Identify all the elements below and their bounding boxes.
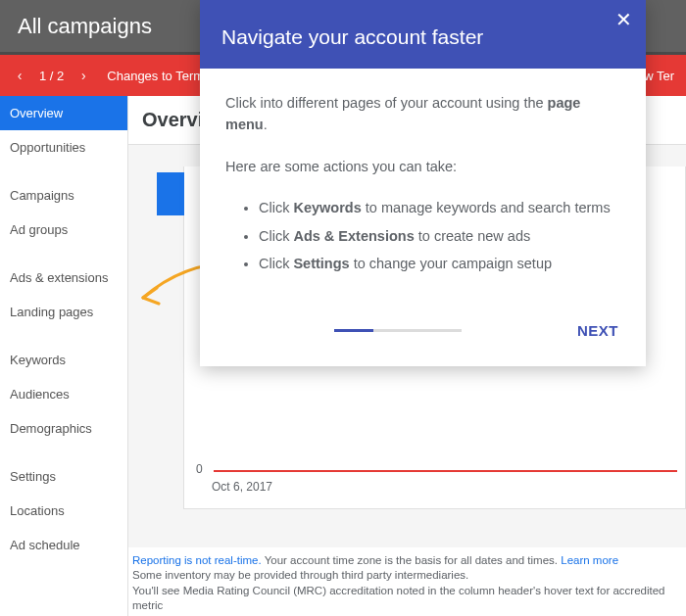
footer-text-1: Your account time zone is the basis for … — [262, 554, 562, 566]
chart-x-label: Oct 6, 2017 — [212, 480, 272, 494]
page-title: All campaigns — [18, 14, 152, 39]
page-menu-sidebar: Overview Opportunities Campaigns Ad grou… — [0, 96, 128, 616]
footer-line-3: You'll see Media Rating Council (MRC) ac… — [132, 584, 682, 614]
modal-action-settings: Click Settings to change your campaign s… — [259, 253, 620, 274]
learn-more-link[interactable]: Learn more — [561, 554, 618, 566]
modal-action-ads-extensions: Click Ads & Extensions to create new ads — [259, 225, 620, 247]
modal-body: Click into different pages of your accou… — [200, 69, 646, 307]
onboarding-modal: Navigate your account faster ✕ Click int… — [200, 0, 646, 366]
progress-track — [334, 329, 462, 332]
sidebar-item-opportunities[interactable]: Opportunities — [0, 130, 127, 165]
reporting-footer: Reporting is not real-time. Your account… — [128, 547, 686, 616]
chevron-left-icon[interactable]: ‹ — [8, 68, 31, 83]
sidebar-item-audiences[interactable]: Audiences — [0, 377, 127, 411]
sidebar-item-locations[interactable]: Locations — [0, 494, 127, 528]
sidebar-item-overview[interactable]: Overview — [0, 96, 127, 130]
chart-series-line — [214, 470, 677, 472]
chart-selector-handle[interactable] — [157, 172, 184, 215]
sidebar-item-settings[interactable]: Settings — [0, 459, 127, 494]
next-button[interactable]: NEXT — [573, 316, 622, 345]
modal-action-list: Click Keywords to manage keywords and se… — [225, 197, 620, 274]
reporting-not-realtime-link[interactable]: Reporting is not real-time. — [132, 554, 262, 566]
sidebar-item-ads-extensions[interactable]: Ads & extensions — [0, 261, 127, 295]
sidebar-item-keywords[interactable]: Keywords — [0, 343, 127, 377]
sidebar-item-demographics[interactable]: Demographics — [0, 411, 127, 446]
sidebar-item-ad-groups[interactable]: Ad groups — [0, 213, 127, 247]
chart-y-zero-label: 0 — [196, 462, 203, 476]
modal-intro: Click into different pages of your accou… — [225, 92, 620, 136]
sidebar-item-ad-schedule[interactable]: Ad schedule — [0, 528, 127, 562]
footer-line-2: Some inventory may be provided through t… — [132, 568, 682, 584]
sidebar-item-landing-pages[interactable]: Landing pages — [0, 295, 127, 329]
modal-footer: NEXT — [200, 307, 646, 366]
chevron-right-icon[interactable]: › — [72, 68, 95, 83]
notification-counter: 1 / 2 — [31, 69, 72, 83]
progress-fill — [334, 329, 373, 332]
modal-header: Navigate your account faster ✕ — [200, 0, 646, 69]
modal-action-keywords: Click Keywords to manage keywords and se… — [259, 197, 620, 218]
close-icon[interactable]: ✕ — [615, 10, 632, 29]
modal-progress — [223, 329, 573, 332]
sidebar-item-campaigns[interactable]: Campaigns — [0, 178, 127, 213]
modal-lead: Here are some actions you can take: — [225, 156, 620, 177]
modal-title: Navigate your account faster — [221, 25, 624, 49]
